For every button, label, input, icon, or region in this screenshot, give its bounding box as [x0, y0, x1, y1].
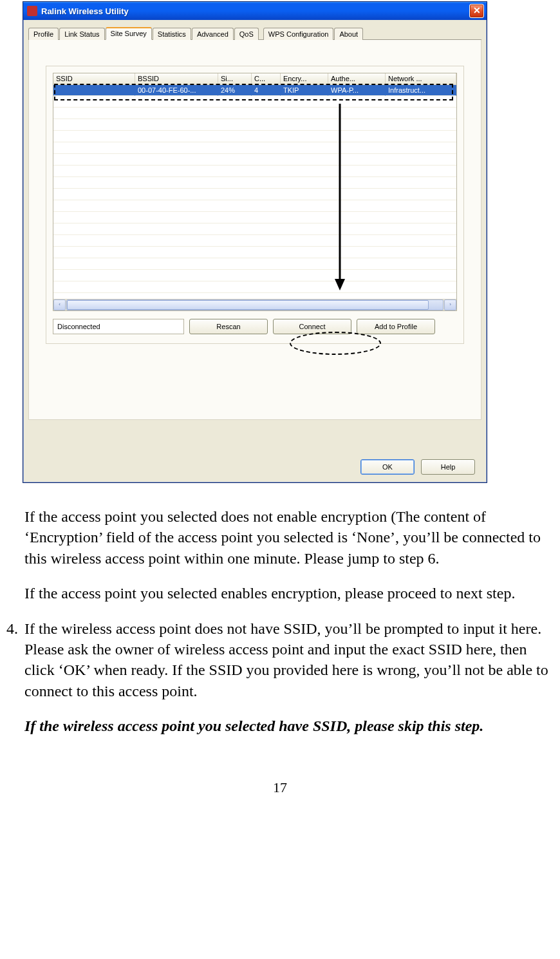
cell-auth: WPA-P... [328, 85, 386, 96]
grid-empty-row [53, 189, 456, 200]
grid-empty-row [53, 154, 456, 166]
tab-qos[interactable]: QoS [234, 28, 259, 40]
paragraph-encryption-enabled: If the access point you selected enables… [24, 583, 554, 603]
header-encrypt[interactable]: Encry... [281, 73, 328, 84]
document-body: If the access point you selected does no… [24, 506, 554, 751]
app-icon [27, 6, 37, 16]
titlebar: Ralink Wireless Utility ✕ [23, 2, 487, 20]
tab-site-survey[interactable]: Site Survey [106, 27, 152, 40]
network-grid[interactable]: SSID BSSID Si... C... Encry... Authe... … [53, 73, 457, 311]
header-ssid[interactable]: SSID [53, 73, 135, 84]
grid-empty-row [53, 108, 456, 119]
scroll-left-button[interactable]: ‹ [53, 299, 66, 310]
cell-network: Infrastruct... [386, 85, 456, 96]
grid-empty-row [53, 200, 456, 212]
header-bssid[interactable]: BSSID [135, 73, 218, 84]
scroll-thumb[interactable] [67, 300, 429, 310]
tab-statistics[interactable]: Statistics [153, 28, 191, 40]
scroll-track[interactable] [66, 299, 443, 310]
cell-ssid [53, 85, 135, 96]
paragraph-encryption-none: If the access point you selected does no… [24, 506, 554, 569]
list-number-4: 4. [6, 618, 24, 751]
page-number: 17 [0, 779, 560, 796]
grid-empty-row [53, 258, 456, 270]
cell-signal: 24% [218, 85, 252, 96]
help-button[interactable]: Help [421, 459, 475, 475]
grid-empty-row [53, 223, 456, 235]
header-network[interactable]: Network ... [386, 73, 456, 84]
add-to-profile-button[interactable]: Add to Profile [357, 319, 435, 334]
rescan-button[interactable]: Rescan [189, 319, 268, 334]
grid-header: SSID BSSID Si... C... Encry... Authe... … [53, 73, 456, 85]
grid-empty-row [53, 96, 456, 108]
grid-empty-row [53, 247, 456, 258]
connection-status: Disconnected [53, 319, 184, 334]
grid-empty-row [53, 235, 456, 247]
ok-button[interactable]: OK [360, 459, 415, 475]
header-auth[interactable]: Authe... [328, 73, 386, 84]
connect-button[interactable]: Connect [273, 319, 351, 334]
application-window: Ralink Wireless Utility ✕ Profile Link S… [23, 1, 487, 483]
tab-advanced[interactable]: Advanced [192, 28, 234, 40]
grid-empty-row [53, 119, 456, 131]
window-title: Ralink Wireless Utility [41, 6, 469, 16]
cell-channel: 4 [252, 85, 281, 96]
client-area: Profile Link Status Site Survey Statisti… [23, 20, 487, 482]
tab-wps[interactable]: WPS Configuration [263, 28, 334, 40]
cell-encrypt: TKIP [281, 85, 328, 96]
horizontal-scrollbar[interactable]: ‹ › [53, 299, 456, 310]
paragraph-skip-step: If the wireless access point you selecte… [24, 716, 554, 736]
dialog-buttons: OK Help [360, 459, 475, 475]
grid-empty-row [53, 281, 456, 293]
tab-link-status[interactable]: Link Status [59, 28, 104, 40]
grid-empty-row [53, 142, 456, 154]
action-row: Disconnected Rescan Connect Add to Profi… [53, 319, 457, 334]
grid-empty-row [53, 166, 456, 177]
grid-row-selected[interactable]: 00-07-40-FE-60-... 24% 4 TKIP WPA-P... I… [53, 85, 456, 96]
tab-profile[interactable]: Profile [28, 28, 59, 40]
grid-empty-row [53, 212, 456, 223]
header-channel[interactable]: C... [252, 73, 281, 84]
grid-empty-row [53, 131, 456, 142]
cell-bssid: 00-07-40-FE-60-... [135, 85, 218, 96]
paragraph-step4: If the wireless access point does not ha… [24, 618, 554, 702]
scroll-right-button[interactable]: › [444, 299, 456, 310]
tab-about[interactable]: About [334, 28, 363, 40]
tabstrip: Profile Link Status Site Survey Statisti… [28, 25, 481, 40]
grid-empty-row [53, 270, 456, 281]
header-signal[interactable]: Si... [218, 73, 252, 84]
site-survey-group: SSID BSSID Si... C... Encry... Authe... … [46, 66, 464, 344]
tab-panel: SSID BSSID Si... C... Encry... Authe... … [28, 40, 481, 420]
grid-empty-row [53, 177, 456, 189]
close-button[interactable]: ✕ [469, 4, 484, 18]
